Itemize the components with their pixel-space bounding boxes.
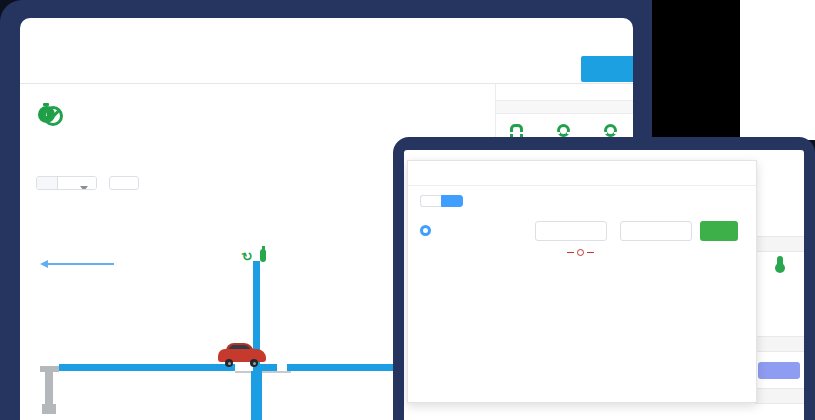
tab-realtime-curve[interactable] [420, 195, 441, 207]
y-axis-ticks [418, 262, 446, 362]
section-select-label [37, 177, 58, 189]
recent-range-radio[interactable] [420, 225, 436, 236]
compare-analysis-button[interactable] [758, 362, 800, 379]
chart-legend[interactable] [408, 249, 756, 256]
car-graphic [218, 343, 266, 367]
temperature-block [755, 256, 804, 271]
strip-header-legend [755, 236, 804, 252]
modal-header [408, 161, 756, 186]
legend-panel-header [496, 100, 633, 114]
section-select-group [36, 176, 97, 190]
query-start-time-input[interactable] [535, 221, 607, 241]
query-end-time-input[interactable] [620, 221, 692, 241]
tower-pier [251, 371, 262, 420]
chevron-down-icon [80, 186, 88, 190]
abutment-stem [45, 372, 53, 404]
video-monitor-button[interactable] [581, 56, 633, 82]
query-button[interactable] [700, 221, 738, 241]
bridge-joint [235, 371, 291, 373]
abutment-base [42, 404, 56, 414]
overlay-window [393, 137, 815, 420]
enlarge-section-button[interactable] [109, 176, 139, 190]
legend-line-icon [587, 252, 594, 253]
radio-icon [420, 225, 431, 236]
legend-marker-icon [577, 249, 584, 256]
clock-icon [557, 124, 570, 137]
background-side-strip [755, 150, 804, 420]
x-axis-ticks [450, 364, 720, 374]
bridge-deck-left [59, 364, 235, 371]
chart-series [450, 266, 720, 362]
circle-icon [604, 124, 617, 137]
black-background-region [652, 0, 740, 140]
strip-header-compare [755, 336, 804, 352]
chart-plot-area [450, 266, 720, 362]
main-tabbar [20, 54, 633, 84]
strip-header-point-list [755, 388, 804, 404]
realtime-curve-modal [407, 160, 757, 403]
modal-tabs [420, 195, 463, 207]
overlay-window-content [404, 150, 804, 420]
thermometer-icon [777, 256, 783, 269]
vibration-chart [418, 263, 746, 393]
prohibited-icon [43, 106, 63, 126]
section-select[interactable] [58, 177, 96, 189]
legend-line-icon [567, 252, 574, 253]
tab-monitor-playback[interactable] [441, 195, 463, 207]
white-background-region [740, 0, 815, 140]
tower-sensor-icon [260, 249, 266, 262]
section-controls [36, 176, 139, 190]
